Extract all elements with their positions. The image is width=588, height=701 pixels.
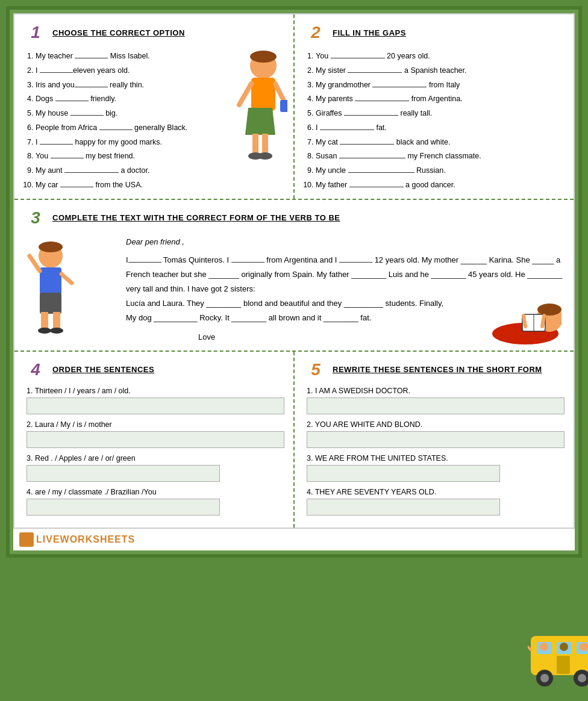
blank — [355, 93, 409, 101]
blank — [70, 107, 104, 116]
section-2-list: You 20 years old. My sister a Spanish te… — [316, 49, 565, 193]
boy-leg-right — [53, 312, 60, 329]
list-item: You 20 years old. — [316, 49, 565, 64]
exercise-item-2-label: 2. Laura / My / is / mother — [27, 420, 284, 429]
boy-leg-left — [41, 312, 48, 329]
footer-logo-main: WORKSHEETS — [60, 534, 136, 544]
footer-icon — [19, 532, 34, 547]
list-item: My uncle Russian. — [316, 164, 565, 178]
list-item: My car from the USA. — [36, 178, 284, 193]
girl-skirt — [245, 108, 275, 135]
section-2-title: FILL IN THE GAPS — [333, 28, 406, 37]
section-1-number: 1 — [23, 20, 48, 45]
section-1: 1 CHOOSE THE CORRECT OPTION My teacher M… — [14, 14, 295, 199]
exercise-5-item-4-label: 4. THEY ARE SEVENTY YEARS OLD. — [307, 488, 565, 496]
boy-arm-up — [30, 256, 40, 271]
exercise-item-1-label: 1. Thirteen / I / years / am / old. — [27, 387, 284, 395]
blank — [55, 93, 89, 101]
blank — [348, 164, 414, 173]
reading-hair — [537, 304, 561, 316]
blank — [60, 179, 93, 187]
section-4-title: ORDER THE SENTENCES — [52, 365, 154, 374]
exercise-5-input-3[interactable] — [307, 465, 500, 482]
section-1-title: CHOOSE THE CORRECT OPTION — [52, 28, 185, 37]
exercise-5-item-1-label: 1. I AM A SWEDISH DOCTOR. — [307, 387, 565, 395]
boy-pants — [40, 293, 61, 314]
girl-arm-left — [239, 84, 251, 105]
list-item: My sister a Spanish teacher. — [316, 64, 565, 78]
reading-boy-svg — [489, 291, 561, 346]
section-3: 3 COMPLETE THE TEXT WITH THE CORRECT FOR… — [14, 200, 574, 352]
number-1-badge: 1 — [31, 24, 40, 41]
blank — [339, 150, 405, 158]
exercise-item-1: 1. Thirteen / I / years / am / old. — [27, 387, 284, 414]
exercise-5-input-2[interactable] — [307, 431, 565, 448]
boy-svg — [27, 241, 75, 337]
number-5-badge: 5 — [311, 361, 321, 378]
section-4: 4 ORDER THE SENTENCES 1. Thirteen / I / … — [14, 352, 295, 528]
exercise-input-3[interactable] — [27, 465, 220, 482]
blank — [51, 150, 84, 158]
exercise-5-item-3-label: 3. WE ARE FROM THE UNITED STATES. — [307, 454, 565, 463]
blank — [75, 50, 108, 58]
footer-logo-text: LIVEWORKSHEETS — [36, 534, 135, 545]
section-4-number: 4 — [23, 358, 48, 382]
blank — [372, 79, 427, 87]
blank — [64, 164, 119, 173]
blank — [231, 254, 264, 263]
blank — [128, 254, 161, 263]
blank — [339, 254, 372, 263]
exercise-5-item-1: 1. I AM A SWEDISH DOCTOR. — [307, 387, 565, 414]
blank — [40, 64, 73, 73]
number-3-badge: 3 — [31, 210, 40, 226]
blank — [99, 122, 133, 130]
exercise-5-item-3: 3. WE ARE FROM THE UNITED STATES. — [307, 454, 565, 482]
list-item: My grandmother from Italy — [316, 78, 565, 93]
blank — [320, 122, 374, 130]
list-item: My parents from Argentina. — [316, 92, 565, 107]
number-2-badge: 2 — [311, 24, 321, 41]
exercise-5-input-4[interactable] — [307, 499, 500, 516]
exercise-5-input-1[interactable] — [307, 397, 565, 414]
section-5-number: 5 — [304, 358, 328, 382]
reading-boy-decoration — [489, 291, 561, 347]
boy-decoration — [23, 235, 78, 344]
footer-logo-accent: LIVE — [36, 534, 60, 544]
blank — [340, 136, 394, 145]
blank — [348, 64, 402, 73]
section-4-header: 4 ORDER THE SENTENCES — [23, 358, 284, 382]
boy-shoe-left — [38, 328, 51, 334]
section-5-items: 1. I AM A SWEDISH DOCTOR. 2. YOU ARE WHI… — [307, 387, 565, 516]
boy-body — [40, 267, 61, 294]
exercise-5-item-2-label: 2. YOU ARE WHITE AND BLOND. — [307, 420, 565, 429]
exercise-input-1[interactable] — [27, 397, 284, 414]
exercise-input-4[interactable] — [27, 499, 220, 516]
list-item: I fat. — [316, 121, 565, 136]
section-2: 2 FILL IN THE GAPS You 20 years old. My … — [295, 14, 574, 199]
footer: LIVEWORKSHEETS — [13, 529, 575, 550]
blank — [40, 136, 73, 145]
blank — [331, 50, 385, 58]
footer-logo: LIVEWORKSHEETS — [19, 532, 135, 547]
section-3-header: 3 COMPLETE THE TEXT WITH THE CORRECT FOR… — [23, 206, 565, 230]
section-5-header: 5 REWRITE THESE SENTENCES IN THE SHORT F… — [304, 358, 565, 382]
section-1-header: 1 CHOOSE THE CORRECT OPTION — [23, 20, 284, 45]
list-item: My cat black and white. — [316, 136, 565, 150]
section-4-items: 1. Thirteen / I / years / am / old. 2. L… — [27, 387, 284, 516]
boy-arm-right — [61, 274, 72, 283]
section-3-number: 3 — [23, 206, 48, 230]
reading-arm-left — [524, 316, 525, 326]
girl-leg-left — [252, 134, 258, 155]
exercise-item-4-label: 4. are / my / classmate ./ Brazilian /Yo… — [27, 488, 284, 496]
exercise-5-item-2: 2. YOU ARE WHITE AND BLOND. — [307, 420, 565, 448]
letter-salutation: Dear pen friend , — [126, 235, 565, 249]
section-5: 5 REWRITE THESE SENTENCES IN THE SHORT F… — [295, 352, 574, 528]
top-row: 1 CHOOSE THE CORRECT OPTION My teacher M… — [14, 14, 574, 200]
list-item: Susan my French classmate. — [316, 149, 565, 164]
exercise-input-2[interactable] — [27, 431, 284, 448]
girl-decoration — [233, 51, 287, 147]
girl-svg — [233, 51, 287, 171]
boy-shoe-right — [50, 328, 63, 334]
section-2-number: 2 — [304, 20, 328, 45]
girl-leg-right — [262, 134, 268, 155]
